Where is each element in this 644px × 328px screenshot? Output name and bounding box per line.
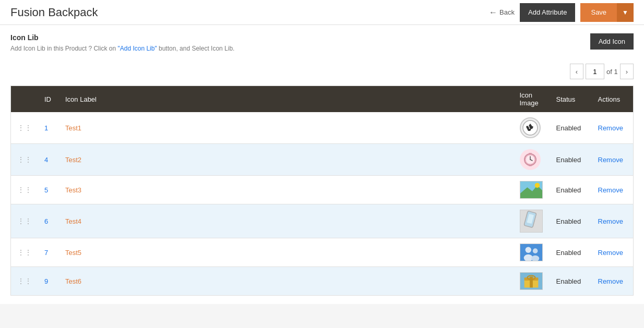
status-badge: Enabled bbox=[556, 277, 581, 285]
icon-image-cell bbox=[514, 112, 550, 144]
table-header-row: ID Icon Label IconImage Status Actions bbox=[11, 86, 634, 113]
col-header-drag bbox=[11, 86, 39, 113]
row-id-link[interactable]: 7 bbox=[44, 249, 48, 257]
actions-cell: Remove bbox=[592, 204, 634, 238]
remove-link[interactable]: Remove bbox=[598, 277, 623, 285]
col-header-actions: Actions bbox=[592, 86, 634, 113]
table-row: ⋮⋮ 1 Test1 Enabled Remove bbox=[11, 112, 634, 144]
remove-link[interactable]: Remove bbox=[598, 249, 623, 257]
add-attribute-button[interactable]: Add Attribute bbox=[520, 3, 575, 22]
icon-label-cell: Test1 bbox=[59, 112, 514, 144]
page-header: Fusion Backpack ← Back Add Attribute Sav… bbox=[0, 0, 644, 25]
next-page-button[interactable]: › bbox=[620, 64, 634, 79]
icon-label-cell: Test6 bbox=[59, 267, 514, 296]
svg-point-20 bbox=[532, 248, 538, 253]
status-cell: Enabled bbox=[550, 144, 592, 176]
status-cell: Enabled bbox=[550, 267, 592, 296]
drag-handle-icon[interactable]: ⋮⋮ bbox=[17, 277, 32, 285]
main-content: Icon Lib Add Icon Lib in this Product ? … bbox=[0, 25, 644, 304]
save-button[interactable]: Save bbox=[580, 3, 617, 22]
icon-image-cell bbox=[514, 144, 550, 176]
status-badge: Enabled bbox=[556, 156, 581, 164]
page-title: Fusion Backpack bbox=[10, 6, 98, 19]
svg-point-18 bbox=[525, 247, 531, 253]
icon-lib-link[interactable]: "Add Icon Lib" bbox=[117, 45, 157, 52]
svg-point-21 bbox=[531, 256, 539, 261]
save-dropdown-button[interactable]: ▼ bbox=[617, 3, 634, 22]
row-label-link[interactable]: Test1 bbox=[65, 124, 81, 132]
row-label-link[interactable]: Test5 bbox=[65, 249, 81, 257]
icon-image-cell bbox=[514, 176, 550, 204]
back-arrow-icon: ← bbox=[489, 8, 497, 17]
status-badge: Enabled bbox=[556, 249, 581, 257]
icon-image-cell bbox=[514, 238, 550, 267]
status-cell: Enabled bbox=[550, 238, 592, 267]
id-cell: 4 bbox=[38, 144, 59, 176]
icon-lib-table: ID Icon Label IconImage Status Actions ⋮… bbox=[10, 86, 634, 296]
id-cell: 9 bbox=[38, 267, 59, 296]
col-header-id: ID bbox=[38, 86, 59, 113]
status-cell: Enabled bbox=[550, 204, 592, 238]
actions-cell: Remove bbox=[592, 267, 634, 296]
drag-handle-icon[interactable]: ⋮⋮ bbox=[17, 217, 32, 225]
remove-link[interactable]: Remove bbox=[598, 186, 623, 194]
id-cell: 5 bbox=[38, 176, 59, 204]
section-title: Icon Lib bbox=[10, 33, 234, 42]
drag-handle-icon[interactable]: ⋮⋮ bbox=[17, 248, 32, 257]
drag-cell: ⋮⋮ bbox=[11, 238, 39, 267]
add-icon-button[interactable]: Add Icon bbox=[590, 33, 634, 50]
icon-label-cell: Test3 bbox=[59, 176, 514, 204]
section-description: Add Icon Lib in this Product ? Click on … bbox=[10, 45, 234, 52]
save-button-group: Save ▼ bbox=[580, 3, 634, 22]
header-actions: ← Back Add Attribute Save ▼ bbox=[489, 3, 634, 22]
row-label-link[interactable]: Test6 bbox=[65, 277, 81, 285]
pagination-bar: ‹ of 1 › bbox=[10, 64, 634, 79]
drag-handle-icon[interactable]: ⋮⋮ bbox=[17, 155, 32, 164]
prev-page-button[interactable]: ‹ bbox=[570, 64, 583, 79]
section-header: Icon Lib Add Icon Lib in this Product ? … bbox=[10, 33, 634, 57]
drag-handle-icon[interactable]: ⋮⋮ bbox=[17, 124, 32, 132]
page-number-input[interactable] bbox=[586, 64, 604, 79]
remove-link[interactable]: Remove bbox=[598, 156, 623, 164]
id-cell: 1 bbox=[38, 112, 59, 144]
actions-cell: Remove bbox=[592, 238, 634, 267]
icon-label-cell: Test2 bbox=[59, 144, 514, 176]
remove-link[interactable]: Remove bbox=[598, 124, 623, 132]
id-cell: 7 bbox=[38, 238, 59, 267]
status-badge: Enabled bbox=[556, 217, 581, 225]
back-label: Back bbox=[499, 8, 515, 16]
remove-link[interactable]: Remove bbox=[598, 217, 623, 225]
row-id-link[interactable]: 9 bbox=[44, 277, 48, 285]
icon-image-cell bbox=[514, 204, 550, 238]
drag-cell: ⋮⋮ bbox=[11, 267, 39, 296]
status-cell: Enabled bbox=[550, 112, 592, 144]
row-id-link[interactable]: 5 bbox=[44, 186, 48, 194]
table-row: ⋮⋮ 4 Test2 Enabled Remove bbox=[11, 144, 634, 176]
row-id-link[interactable]: 1 bbox=[44, 124, 48, 132]
row-label-link[interactable]: Test4 bbox=[65, 217, 81, 225]
drag-cell: ⋮⋮ bbox=[11, 204, 39, 238]
row-id-link[interactable]: 6 bbox=[44, 217, 48, 225]
drag-handle-icon[interactable]: ⋮⋮ bbox=[17, 186, 32, 194]
col-header-icon-label: Icon Label bbox=[59, 86, 514, 113]
row-label-link[interactable]: Test2 bbox=[65, 156, 81, 164]
id-cell: 6 bbox=[38, 204, 59, 238]
table-row: ⋮⋮ 7 Test5 Enabled Remove bbox=[11, 238, 634, 267]
col-header-icon-image: IconImage bbox=[514, 86, 550, 113]
icon-label-cell: Test5 bbox=[59, 238, 514, 267]
page-of-label: of 1 bbox=[606, 68, 618, 76]
row-label-link[interactable]: Test3 bbox=[65, 186, 81, 194]
col-header-status: Status bbox=[550, 86, 592, 113]
back-button[interactable]: ← Back bbox=[489, 8, 515, 17]
actions-cell: Remove bbox=[592, 112, 634, 144]
drag-cell: ⋮⋮ bbox=[11, 144, 39, 176]
row-id-link[interactable]: 4 bbox=[44, 156, 48, 164]
section-info: Icon Lib Add Icon Lib in this Product ? … bbox=[10, 33, 234, 57]
actions-cell: Remove bbox=[592, 144, 634, 176]
svg-rect-25 bbox=[530, 276, 533, 287]
actions-cell: Remove bbox=[592, 176, 634, 204]
table-row: ⋮⋮ 9 Test6 Enabled Remove bbox=[11, 267, 634, 296]
status-badge: Enabled bbox=[556, 124, 581, 132]
svg-point-14 bbox=[534, 183, 540, 188]
icon-label-cell: Test4 bbox=[59, 204, 514, 238]
